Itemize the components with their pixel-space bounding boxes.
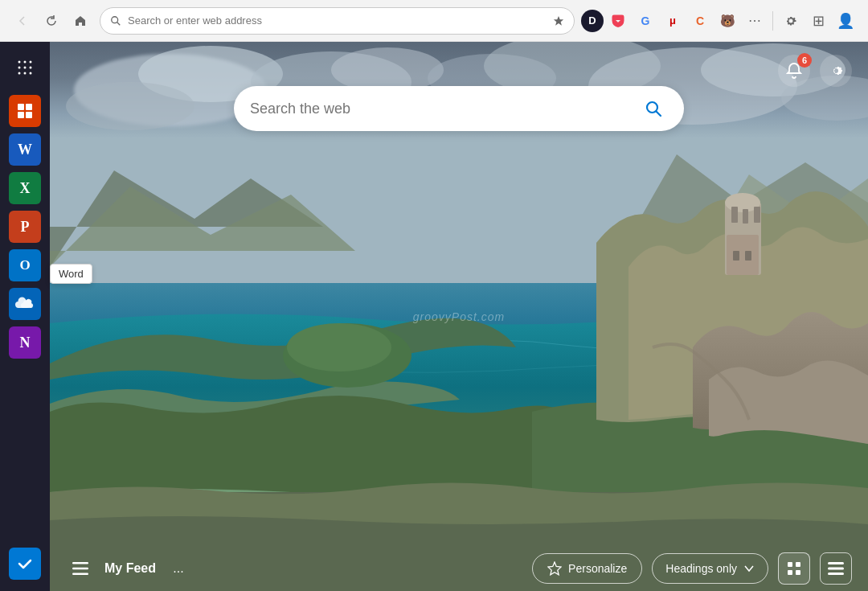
address-input[interactable] [128,14,547,27]
home-button[interactable] [68,8,93,34]
list-view-icon [828,562,844,575]
svg-rect-36 [743,209,748,224]
search-bar [234,86,684,131]
feed-more-button[interactable]: ... [166,556,191,581]
svg-rect-52 [828,562,844,564]
svg-rect-44 [72,562,88,564]
star-icon [553,15,564,27]
svg-rect-38 [727,235,759,275]
svg-rect-14 [18,112,24,118]
gear-icon [827,62,845,80]
browser-chrome: D G μ C 🐻 ⋯ ⊞ 👤 [0,0,868,42]
svg-point-9 [18,72,21,75]
sidebar-item-onedrive[interactable] [9,288,41,320]
address-bar[interactable] [100,7,575,35]
svg-rect-46 [72,573,88,576]
search-button[interactable] [639,94,668,123]
sidebar-item-office[interactable] [9,95,41,127]
grid-view-icon [786,560,802,577]
hero-area: groovyPost.com 6 [50,42,868,591]
svg-rect-35 [731,207,738,223]
svg-rect-37 [754,207,760,223]
svg-rect-12 [18,104,24,110]
toolbar-separator [772,11,773,31]
search-submit-icon [644,99,663,118]
grid-view-button[interactable] [778,552,810,585]
svg-rect-54 [828,573,844,575]
sidebar-bottom [9,546,41,581]
main-container: W X P O N Word [0,42,868,591]
svg-point-11 [30,72,32,75]
notifications-button[interactable]: 6 [778,55,810,87]
my-feed-label: My Feed [104,561,156,576]
personalize-label: Personalize [568,562,627,575]
c-extension-icon[interactable]: C [687,8,713,34]
collections-icon[interactable]: ⊞ [805,8,831,34]
star-personalize-icon [547,561,562,576]
sidebar-item-todo[interactable] [9,548,41,580]
svg-rect-39 [733,251,739,261]
svg-rect-49 [796,562,800,567]
search-overlay [234,86,684,131]
bottom-bar: My Feed ... Personalize Headings only [50,546,868,591]
hamburger-button[interactable] [66,554,95,583]
svg-line-1 [117,22,121,25]
refresh-button[interactable] [39,8,64,34]
list-view-button[interactable] [820,552,852,585]
personalize-button[interactable]: Personalize [532,553,642,584]
svg-rect-13 [26,104,32,110]
sidebar-item-onenote[interactable]: N [9,326,41,359]
svg-line-43 [657,112,661,117]
svg-point-5 [30,61,32,64]
headings-only-button[interactable]: Headings only [652,553,768,584]
notification-badge: 6 [797,53,812,68]
svg-point-19 [66,82,194,130]
settings-extension-icon[interactable] [778,8,804,34]
headings-label: Headings only [665,562,737,575]
svg-point-6 [18,67,21,69]
svg-rect-50 [788,570,792,575]
ublock-icon[interactable]: μ [660,8,686,34]
svg-point-10 [24,72,27,75]
bear-icon[interactable]: 🐻 [714,8,740,34]
svg-marker-2 [554,15,563,25]
top-right-controls: 6 [778,55,852,87]
user-profile-icon[interactable]: 👤 [833,8,858,34]
svg-rect-15 [26,112,32,118]
word-tooltip: Word [50,264,92,284]
sidebar-item-powerpoint[interactable]: P [9,211,41,243]
pocket-icon[interactable] [605,8,631,34]
svg-point-0 [112,16,118,23]
search-icon [110,15,121,27]
toolbar-icons: D G μ C 🐻 ⋯ ⊞ 👤 [581,8,858,34]
svg-point-7 [24,67,27,69]
back-button[interactable] [10,8,35,34]
grid-dots-icon [17,60,33,76]
g-extension-icon[interactable]: G [633,8,658,34]
nav-buttons [10,8,93,34]
svg-rect-51 [796,570,800,575]
sidebar: W X P O N [0,42,50,591]
svg-rect-40 [745,251,751,261]
svg-point-32 [287,323,391,371]
svg-point-3 [18,61,21,64]
sidebar-apps-grid-button[interactable] [9,51,41,84]
sidebar-item-word[interactable]: W [9,133,41,166]
svg-rect-45 [72,568,88,570]
hamburger-icon [72,562,88,575]
svg-point-4 [24,61,27,64]
svg-rect-48 [788,562,792,567]
svg-marker-47 [548,562,561,575]
more-extensions-icon[interactable]: ⋯ [742,8,768,34]
chevron-down-icon [743,563,755,574]
profile-icon[interactable]: D [581,10,604,32]
sidebar-item-excel[interactable]: X [9,172,41,204]
page-settings-button[interactable] [820,55,852,87]
search-input[interactable] [250,101,629,117]
svg-point-8 [30,67,32,69]
tooltip-label: Word [59,268,84,280]
watermark: groovyPost.com [413,310,505,323]
svg-rect-53 [828,568,844,570]
sidebar-item-outlook[interactable]: O [9,249,41,281]
